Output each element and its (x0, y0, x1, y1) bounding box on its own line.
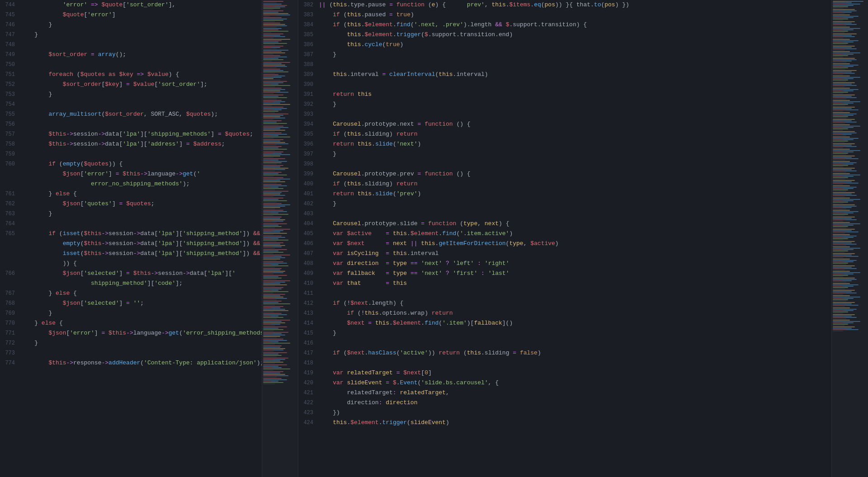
table-row: 411 (298, 288, 831, 298)
table-row: 744 'error' => $quote['sort_order'], (0, 0, 262, 10)
table-row: 420 var slideEvent = $.Event('slide.bs.c… (298, 378, 831, 388)
table-row: 423 }) (298, 408, 831, 418)
right-panel: 382 || (this.type.pause = function (e) {… (298, 0, 832, 477)
table-row: 389 this.interval = clearInterval(this.i… (298, 70, 831, 80)
table-row: 769 } (0, 308, 262, 318)
table-row: 764 (0, 219, 262, 229)
table-row: 393 (298, 109, 831, 119)
table-row: shipping_method']['code']; (0, 279, 262, 288)
table-row: 765 if (isset($this->session->data['lpa'… (0, 229, 262, 239)
table-row: 414 $next = this.$element.find('.item')[… (298, 318, 831, 328)
table-row: 771 $json['error'] = $this->language->ge… (0, 328, 262, 338)
editor: 744 'error' => $quote['sort_order'], 745… (0, 0, 868, 477)
table-row: 770 } else { (0, 318, 262, 328)
right-minimap-visual (832, 0, 868, 477)
table-row: 401 return this.slide('prev') (298, 189, 831, 199)
table-row: 385 this.$element.trigger($.support.tran… (298, 30, 831, 40)
table-row: 755 array_multisort($sort_order, SORT_AS… (0, 109, 262, 119)
table-row: 766 $json['selected'] = $this->session->… (0, 269, 262, 279)
table-row: 422 direction: direction (298, 398, 831, 408)
table-row: 774 $this->response->addHeader('Content-… (0, 358, 262, 368)
table-row: 745 $quote['error'] (0, 10, 262, 20)
table-row: 403 (298, 209, 831, 219)
table-row: 394 Carousel.prototype.next = function (… (298, 119, 831, 129)
table-row: 410 var that = this (298, 279, 831, 288)
minimap-visual (262, 0, 298, 477)
table-row: 384 if (this.$element.find('.next, .prev… (298, 20, 831, 30)
table-row: 763 } (0, 209, 262, 219)
table-row: 757 $this->session->data['lpa']['shippin… (0, 129, 262, 139)
table-row: 406 var $next = next || this.getItemForD… (298, 239, 831, 249)
table-row: 391 return this (298, 90, 831, 99)
table-row: 382 || (this.type.pause = function (e) {… (298, 0, 831, 10)
table-row: 413 if (!this.options.wrap) return (298, 308, 831, 318)
table-row: 761 } else { (0, 189, 262, 199)
table-row: 747 } (0, 30, 262, 40)
table-row: 408 var direction = type == 'next' ? 'le… (298, 259, 831, 269)
table-row: 405 var $active = this.$element.find('.i… (298, 229, 831, 239)
table-row: 399 Carousel.prototype.prev = function (… (298, 169, 831, 179)
table-row: 752 $sort_order[$key] = $value['sort_ord… (0, 80, 262, 90)
left-panel: 744 'error' => $quote['sort_order'], 745… (0, 0, 262, 477)
left-minimap (262, 0, 298, 477)
table-row: 772 } (0, 338, 262, 348)
table-row: 424 this.$element.trigger(slideEvent) (298, 418, 831, 428)
table-row: 418 (298, 358, 831, 368)
table-row: 754 (0, 99, 262, 109)
table-row: 402 } (298, 199, 831, 209)
table-row: 762 $json['quotes'] = $quotes; (0, 199, 262, 209)
table-row: 773 (0, 348, 262, 358)
table-row: 386 this.cycle(true) (298, 40, 831, 50)
table-row: 417 if ($next.hasClass('active')) return… (298, 348, 831, 358)
table-row: 409 var fallback = type == 'next' ? 'fir… (298, 269, 831, 279)
table-row: 760 if (empty($quotes)) { (0, 159, 262, 169)
table-row: 390 (298, 80, 831, 90)
table-row: )) { (0, 259, 262, 269)
table-row: 396 return this.slide('next') (298, 139, 831, 149)
table-row: 400 if (this.sliding) return (298, 179, 831, 189)
table-row: empty($this->session->data['lpa']['shipp… (0, 239, 262, 249)
table-row: 758 $this->session->data['lpa']['address… (0, 139, 262, 149)
table-row: isset($this->session->data['lpa']['shipp… (0, 249, 262, 259)
table-row: 756 (0, 119, 262, 129)
table-row: 412 if (!$next.length) { (298, 298, 831, 308)
table-row: 759 (0, 149, 262, 159)
table-row: 753 } (0, 90, 262, 99)
table-row: 398 (298, 159, 831, 169)
right-code-content[interactable]: 382 || (this.type.pause = function (e) {… (298, 0, 831, 477)
right-minimap (832, 0, 868, 477)
table-row: 748 (0, 40, 262, 50)
table-row: 383 if (this.paused = true) (298, 10, 831, 20)
table-row: 768 $json['selected'] = ''; (0, 298, 262, 308)
table-row: 415 } (298, 328, 831, 338)
table-row: 392 } (298, 99, 831, 109)
table-row: $json['error'] = $this->language->get(' (0, 169, 262, 179)
table-row: 746 } (0, 20, 262, 30)
table-row: 767 } else { (0, 288, 262, 298)
table-row: 397 } (298, 149, 831, 159)
table-row: 421 relatedTarget: relatedTarget, (298, 388, 831, 398)
table-row: 416 (298, 338, 831, 348)
table-row: 395 if (this.sliding) return (298, 129, 831, 139)
table-row: 749 $sort_order = array(); (0, 50, 262, 60)
table-row: error_no_shipping_methods'); (0, 179, 262, 189)
table-row: 388 (298, 60, 831, 70)
table-row: 750 (0, 60, 262, 70)
table-row: 407 var isCycling = this.interval (298, 249, 831, 259)
table-row: 419 var relatedTarget = $next[0] (298, 368, 831, 378)
table-row: 751 foreach ($quotes as $key => $value) … (0, 70, 262, 80)
table-row: 404 Carousel.prototype.slide = function … (298, 219, 831, 229)
left-code-content[interactable]: 744 'error' => $quote['sort_order'], 745… (0, 0, 262, 477)
table-row: 387 } (298, 50, 831, 60)
